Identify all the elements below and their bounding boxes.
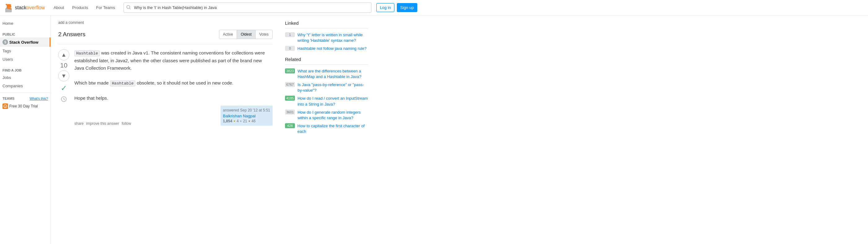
answer-item: ▲ 10 ▼ ✓ Hashtable was created in Java v… <box>58 44 273 131</box>
answers-header: 2 Answers Active Oldest Votes <box>58 30 273 39</box>
sidebar-item-jobs[interactable]: Jobs <box>0 73 51 82</box>
answered-label: answered Sep 20 '12 at 5:51 <box>223 108 270 113</box>
header: stackoverflow About Products For Teams L… <box>0 0 868 16</box>
sort-tab-oldest[interactable]: Oldest <box>237 30 255 39</box>
sidebar-jobs-label: FIND A JOB <box>0 63 51 73</box>
gold-count: 4 <box>237 119 239 123</box>
stackoverflow-sidebar-icon: S <box>2 39 8 45</box>
vote-up-button[interactable]: ▲ <box>58 49 69 60</box>
main-content: add a comment 2 Answers Active Oldest Vo… <box>51 16 280 244</box>
user-card: Balkrishan Nagpal 1,854 ● 4 ● 21 ● 46 <box>223 114 270 123</box>
search-input[interactable] <box>124 2 371 13</box>
svg-text:0: 0 <box>5 105 6 108</box>
bronze-count: 46 <box>252 119 255 123</box>
history-icon[interactable] <box>61 96 67 103</box>
svg-point-7 <box>127 5 130 8</box>
answer-text: Hashtable was created in Java v1. The co… <box>74 49 273 102</box>
accepted-checkmark: ✓ <box>61 84 67 93</box>
vote-down-button[interactable]: ▼ <box>58 70 69 82</box>
whats-this-link[interactable]: What's this? <box>29 97 48 100</box>
add-comment-link[interactable]: add a comment <box>58 21 273 25</box>
gold-badge-icon: ● <box>234 119 236 123</box>
login-button[interactable]: Log in <box>376 3 394 12</box>
sidebar-item-users[interactable]: Users <box>0 55 51 63</box>
follow-link[interactable]: follow <box>122 121 131 126</box>
svg-text:S: S <box>4 40 6 44</box>
hashtable-code-1: Hashtable <box>74 51 100 56</box>
teams-header: TEAMS What's this? <box>0 95 51 101</box>
sidebar: Home PUBLIC S Stack Overflow Tags Users … <box>0 16 51 244</box>
related-count-5: 428 <box>285 123 295 128</box>
sidebar-public-label: PUBLIC <box>0 28 51 37</box>
linked-link-2[interactable]: Hashtable not follow java naming rule? <box>298 46 367 52</box>
free-trial-icon: 0 <box>2 103 8 109</box>
related-item-5: 428 How to capitalize the first characte… <box>285 123 368 134</box>
signup-button[interactable]: Sign up <box>397 3 417 12</box>
sidebar-item-stackoverflow[interactable]: S Stack Overflow <box>0 37 51 47</box>
teams-label: TEAMS <box>2 97 14 100</box>
related-count-3: 4185 <box>285 96 295 101</box>
sidebar-item-companies[interactable]: Companies <box>0 82 51 90</box>
related-count-4: 3601 <box>285 110 295 115</box>
silver-badge-icon: ● <box>240 119 242 123</box>
vote-section: ▲ 10 ▼ ✓ <box>58 49 69 126</box>
answers-count: 2 Answers <box>58 31 86 38</box>
related-link-5[interactable]: How to capitalize the first character of… <box>298 123 368 134</box>
sidebar-item-tags[interactable]: Tags <box>0 47 51 55</box>
free-trial-label: Free 30 Day Trial <box>9 104 38 109</box>
related-count-2: 6767 <box>285 82 295 87</box>
svg-line-8 <box>129 8 130 9</box>
sidebar-item-home[interactable]: Home <box>0 19 51 28</box>
related-item-4: 3601 How do I generate random integers w… <box>285 110 368 121</box>
related-title: Related <box>285 57 368 65</box>
svg-rect-4 <box>5 10 11 11</box>
bronze-badge-icon: ● <box>248 119 250 123</box>
page-layout: Home PUBLIC S Stack Overflow Tags Users … <box>0 16 868 244</box>
improve-answer-link[interactable]: improve this answer <box>86 121 119 126</box>
nav-about[interactable]: About <box>50 3 68 12</box>
linked-title: Linked <box>285 21 368 29</box>
search-icon <box>126 5 131 10</box>
related-item-1: 3823 What are the differences between a … <box>285 68 368 80</box>
related-link-1[interactable]: What are the differences between a HashM… <box>298 68 368 80</box>
linked-link-1[interactable]: Why "t" letter is written in small while… <box>298 32 368 43</box>
hashtable-code-2: Hashtable <box>110 81 135 86</box>
linked-section: Linked 1 Why "t" letter is written in sm… <box>285 21 368 52</box>
related-link-4[interactable]: How do I generate random integers within… <box>298 110 368 121</box>
silver-count: 21 <box>243 119 247 123</box>
nav-products[interactable]: Products <box>68 3 92 12</box>
user-rep: 1,854 ● 4 ● 21 ● 46 <box>223 119 270 123</box>
nav-for-teams[interactable]: For Teams <box>92 3 119 12</box>
related-link-3[interactable]: How do I read / convert an InputStream i… <box>298 96 368 107</box>
nav-links: About Products For Teams <box>50 3 119 12</box>
sort-tab-active[interactable]: Active <box>219 30 237 39</box>
answer-info-card: answered Sep 20 '12 at 5:51 Balkrishan N… <box>221 105 273 126</box>
related-section: Related 3823 What are the differences be… <box>285 57 368 135</box>
sort-tabs: Active Oldest Votes <box>219 30 273 39</box>
sort-tab-votes[interactable]: Votes <box>255 30 272 39</box>
linked-count-2: 0 <box>285 46 295 51</box>
search-bar <box>124 2 371 13</box>
stackoverflow-logo-icon <box>4 2 13 13</box>
vote-count: 10 <box>60 62 67 69</box>
logo-text: stackoverflow <box>15 5 45 10</box>
answer-meta: share improve this answer follow answere… <box>74 105 273 126</box>
logo[interactable]: stackoverflow <box>4 2 45 13</box>
header-buttons: Log in Sign up <box>376 3 417 12</box>
share-link[interactable]: share <box>74 121 84 126</box>
username-link[interactable]: Balkrishan Nagpal <box>223 114 270 118</box>
free-trial-item[interactable]: 0 Free 30 Day Trial <box>0 101 51 111</box>
linked-item-1: 1 Why "t" letter is written in small whi… <box>285 32 368 43</box>
right-sidebar: Linked 1 Why "t" letter is written in sm… <box>280 16 373 244</box>
related-count-1: 3823 <box>285 68 295 73</box>
related-item-2: 6767 Is Java "pass-by-reference" or "pas… <box>285 82 368 93</box>
teams-section: TEAMS What's this? 0 Free 30 Day Trial <box>0 93 51 111</box>
rep-number: 1,854 <box>223 119 232 123</box>
linked-count-1: 1 <box>285 32 295 37</box>
answer-actions: share improve this answer follow <box>74 121 131 126</box>
linked-item-2: 0 Hashtable not follow java naming rule? <box>285 46 368 52</box>
related-link-2[interactable]: Is Java "pass-by-reference" or "pass-by-… <box>298 82 368 93</box>
related-item-3: 4185 How do I read / convert an InputStr… <box>285 96 368 107</box>
answer-body: Hashtable was created in Java v1. The co… <box>74 49 273 126</box>
